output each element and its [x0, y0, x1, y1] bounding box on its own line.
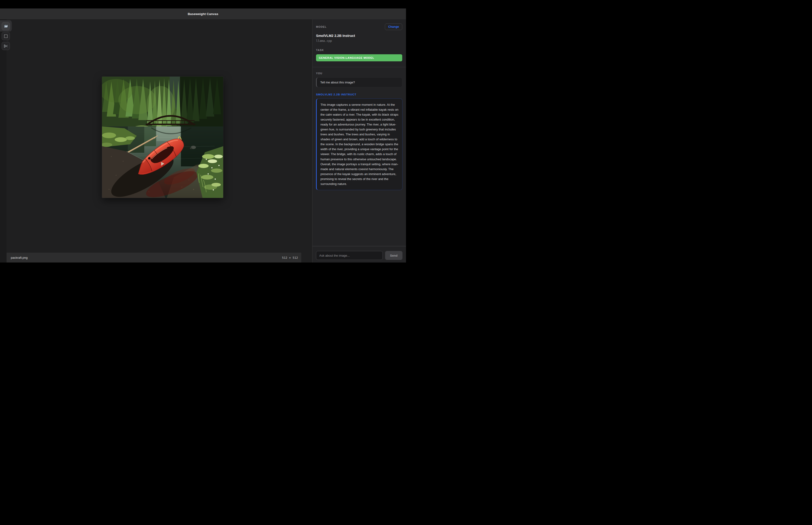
chat-input[interactable] [316, 251, 383, 260]
task-badge: GENERAL VISION-LANGUAGE MODEL [316, 54, 402, 61]
composer: Send [312, 246, 406, 262]
sidebar: MODEL Change SmolVLM2 2.2B Instruct llam… [312, 19, 406, 262]
user-label: YOU [316, 72, 402, 75]
task-label: TASK [316, 49, 402, 51]
model-section: MODEL Change SmolVLM2 2.2B Instruct llam… [312, 19, 406, 67]
statusbar-filename: packraft.png [11, 256, 28, 259]
titlebar: Baseweight Canvas [0, 9, 406, 19]
window-title: Baseweight Canvas [188, 12, 218, 16]
canvas-area[interactable]: packraft.png 512 × 512 [0, 19, 312, 262]
marquee-icon [3, 34, 8, 39]
cut-button[interactable] [2, 42, 10, 50]
app-window: Baseweight Canvas [0, 0, 406, 262]
window-top-strip [0, 0, 406, 9]
assistant-message: This image captures a serene moment in n… [316, 99, 402, 190]
canvas-image-packraft[interactable] [102, 77, 223, 198]
select-region-button[interactable] [2, 32, 10, 40]
model-name: SmolVLM2 2.2B Instruct [316, 34, 402, 38]
assistant-label: SMOLVLM2 2.2B INSTRUCT [316, 93, 402, 96]
model-label: MODEL [316, 25, 326, 28]
model-runtime: llama.cpp [316, 39, 402, 43]
change-model-button[interactable]: Change [385, 24, 402, 30]
open-file-button[interactable] [2, 22, 10, 30]
statusbar: packraft.png 512 × 512 [6, 253, 301, 262]
user-message: Tell me about this image? [316, 77, 402, 87]
folder-icon [3, 24, 9, 29]
scissors-icon [3, 44, 8, 48]
statusbar-dimensions: 512 × 512 [282, 256, 298, 259]
left-rail [0, 19, 6, 262]
chat-history: YOU Tell me about this image? SMOLVLM2 2… [312, 67, 406, 246]
send-button[interactable]: Send [385, 251, 402, 260]
